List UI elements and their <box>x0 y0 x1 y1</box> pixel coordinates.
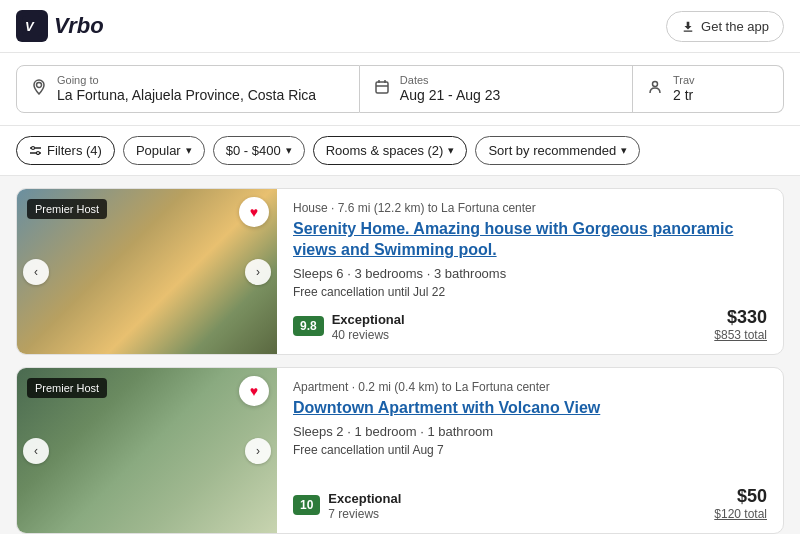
dates-field[interactable]: Dates Aug 21 - Aug 23 <box>360 65 633 113</box>
sort-chevron-icon: ▾ <box>621 144 627 157</box>
favorite-button[interactable]: ♥ <box>239 376 269 406</box>
rating-reviews: 40 reviews <box>332 328 405 342</box>
listing-title[interactable]: Downtown Apartment with Volcano View <box>293 398 767 419</box>
image-next-button[interactable]: › <box>245 438 271 464</box>
price-chevron-icon: ▾ <box>286 144 292 157</box>
svg-text:V: V <box>25 19 35 34</box>
favorite-button[interactable]: ♥ <box>239 197 269 227</box>
price-per-night: $330 <box>727 307 767 327</box>
listing-bottom: 9.8 Exceptional 40 reviews $330 $853 tot… <box>293 307 767 342</box>
going-to-field[interactable]: Going to La Fortuna, Alajuela Province, … <box>16 65 360 113</box>
rooms-label: Rooms & spaces (2) <box>326 143 444 158</box>
vrbo-logo-icon: V <box>16 10 48 42</box>
going-to-content: Going to La Fortuna, Alajuela Province, … <box>57 74 316 104</box>
get-app-button[interactable]: Get the app <box>666 11 784 42</box>
listing-details: Sleeps 2 · 1 bedroom · 1 bathroom <box>293 424 767 439</box>
going-to-label: Going to <box>57 74 316 86</box>
vrbo-logo-text: Vrbo <box>54 13 104 39</box>
listing-card: Premier Host ♥ ‹ › Apartment · 0.2 mi (0… <box>16 367 784 534</box>
price-total: $853 total <box>714 328 767 342</box>
popular-chevron-icon: ▾ <box>186 144 192 157</box>
listings-container: Premier Host ♥ ‹ › House · 7.6 mi (12.2 … <box>0 176 800 534</box>
premier-host-badge: Premier Host <box>27 199 107 219</box>
header: V Vrbo Get the app <box>0 0 800 53</box>
svg-point-9 <box>37 152 40 155</box>
listing-cancellation: Free cancellation until Jul 22 <box>293 285 767 299</box>
price-label: $0 - $400 <box>226 143 281 158</box>
svg-point-3 <box>37 83 42 88</box>
listing-title[interactable]: Serenity Home. Amazing house with Gorgeo… <box>293 219 767 261</box>
person-icon <box>647 79 663 99</box>
filter-bar: Filters (4) Popular ▾ $0 - $400 ▾ Rooms … <box>0 126 800 176</box>
listing-info: Apartment · 0.2 mi (0.4 km) to La Fortun… <box>277 368 783 533</box>
travelers-label: Trav <box>673 74 695 86</box>
price-per-night: $50 <box>737 486 767 506</box>
svg-rect-2 <box>684 30 693 31</box>
price-wrap: $330 $853 total <box>714 307 767 342</box>
listing-bottom: 10 Exceptional 7 reviews $50 $120 total <box>293 486 767 521</box>
rating-label: Exceptional <box>332 312 405 327</box>
rooms-filter-button[interactable]: Rooms & spaces (2) ▾ <box>313 136 468 165</box>
download-icon <box>681 19 695 33</box>
rooms-chevron-icon: ▾ <box>448 144 454 157</box>
image-prev-button[interactable]: ‹ <box>23 259 49 285</box>
rating-text-group: Exceptional 40 reviews <box>332 310 405 342</box>
dates-content: Dates Aug 21 - Aug 23 <box>400 74 500 104</box>
listing-card: Premier Host ♥ ‹ › House · 7.6 mi (12.2 … <box>16 188 784 355</box>
listing-top: Apartment · 0.2 mi (0.4 km) to La Fortun… <box>293 380 767 465</box>
dates-label: Dates <box>400 74 500 86</box>
sort-label: Sort by recommended <box>488 143 616 158</box>
svg-rect-4 <box>376 82 388 93</box>
listing-image-wrap: Premier Host ♥ ‹ › <box>17 368 277 533</box>
price-wrap: $50 $120 total <box>714 486 767 521</box>
rating-reviews: 7 reviews <box>328 507 401 521</box>
popular-label: Popular <box>136 143 181 158</box>
location-icon <box>31 79 47 99</box>
price-total: $120 total <box>714 507 767 521</box>
popular-filter-button[interactable]: Popular ▾ <box>123 136 205 165</box>
filters-icon <box>29 144 42 157</box>
rating-badge: 9.8 <box>293 316 324 336</box>
svg-point-8 <box>32 147 35 150</box>
rating-badge: 10 <box>293 495 320 515</box>
rating-label: Exceptional <box>328 491 401 506</box>
image-next-button[interactable]: › <box>245 259 271 285</box>
get-app-label: Get the app <box>701 19 769 34</box>
listing-info: House · 7.6 mi (12.2 km) to La Fortuna c… <box>277 189 783 354</box>
rating-wrap: 9.8 Exceptional 40 reviews <box>293 310 405 342</box>
listing-top: House · 7.6 mi (12.2 km) to La Fortuna c… <box>293 201 767 307</box>
listing-image-wrap: Premier Host ♥ ‹ › <box>17 189 277 354</box>
travelers-value: 2 tr <box>673 87 693 103</box>
dates-value: Aug 21 - Aug 23 <box>400 87 500 103</box>
svg-point-5 <box>652 82 657 87</box>
rating-text-group: Exceptional 7 reviews <box>328 489 401 521</box>
sort-filter-button[interactable]: Sort by recommended ▾ <box>475 136 640 165</box>
logo-area: V Vrbo <box>16 10 104 42</box>
listing-meta: House · 7.6 mi (12.2 km) to La Fortuna c… <box>293 201 767 215</box>
going-to-value: La Fortuna, Alajuela Province, Costa Ric… <box>57 87 316 103</box>
rating-wrap: 10 Exceptional 7 reviews <box>293 489 401 521</box>
travelers-field[interactable]: Trav 2 tr <box>633 65 784 113</box>
travelers-content: Trav 2 tr <box>673 74 695 104</box>
listing-cancellation: Free cancellation until Aug 7 <box>293 443 767 457</box>
calendar-icon <box>374 79 390 99</box>
filters-label: Filters (4) <box>47 143 102 158</box>
search-bar: Going to La Fortuna, Alajuela Province, … <box>0 53 800 126</box>
price-filter-button[interactable]: $0 - $400 ▾ <box>213 136 305 165</box>
premier-host-badge: Premier Host <box>27 378 107 398</box>
listing-meta: Apartment · 0.2 mi (0.4 km) to La Fortun… <box>293 380 767 394</box>
listing-details: Sleeps 6 · 3 bedrooms · 3 bathrooms <box>293 266 767 281</box>
image-prev-button[interactable]: ‹ <box>23 438 49 464</box>
filters-button[interactable]: Filters (4) <box>16 136 115 165</box>
